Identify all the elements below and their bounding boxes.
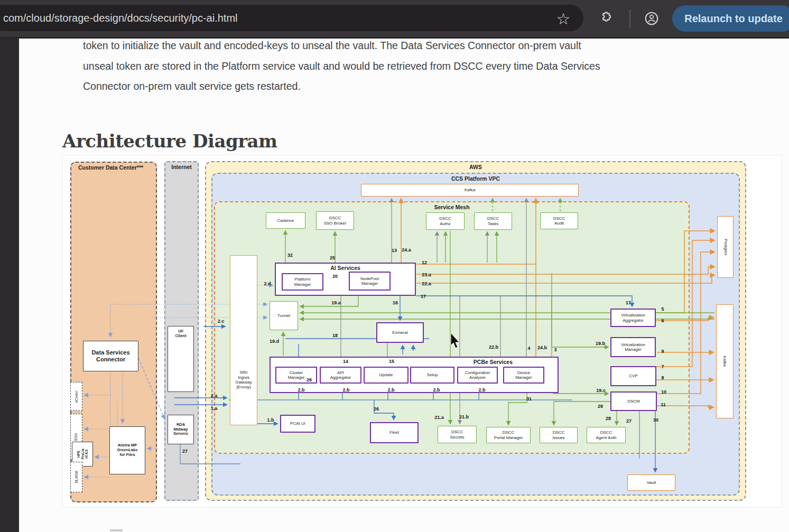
- edge-label-21-a-31: 21.a: [434, 415, 444, 420]
- node-dscc-authz: DSCC Authz: [426, 212, 465, 230]
- node-update-label: Update: [379, 372, 393, 377]
- edge-label-17-34: 17: [626, 300, 631, 305]
- edge-label-11-44: 11: [661, 402, 666, 407]
- node-kafka-top: Kafka: [361, 184, 579, 197]
- edge-label-2-c-14: 2.c: [218, 319, 225, 324]
- node-postgres: Postgres: [717, 216, 734, 278]
- edge-label-2-a-15: 2.a: [211, 393, 218, 398]
- edge-label-5-35: 5: [661, 306, 664, 312]
- edge-label-2-b-20: 2.b: [298, 387, 304, 393]
- node-configuration-analyzer-label: Configuration Analyzer: [465, 370, 490, 380]
- edge-label-19-b-37: 19.b: [596, 341, 605, 346]
- edge-label-1-a-16: 1.a: [211, 406, 218, 411]
- edge-label-13-2: 13: [392, 248, 397, 253]
- node-dscc-portal-manager-label: DSCC Portal Manager: [494, 430, 523, 440]
- node-api-aggregator-label: API Aggregator: [330, 370, 351, 380]
- node-cvp: CVP: [610, 366, 656, 386]
- node-dscc-audit: DSCC Audit: [540, 212, 578, 229]
- node-fleet: Fleet: [370, 422, 419, 443]
- node-api-aggregator: API Aggregator: [320, 367, 361, 384]
- node-dscc-tasks: DSCC Tasks: [474, 212, 512, 230]
- node-platform-manager-label: Platform Manager: [294, 277, 311, 287]
- node-dscc-authz-label: DSCC Authz: [439, 216, 451, 226]
- node-tunnel: Tunnel: [270, 301, 298, 330]
- node-dl380a-label: DL380A: [75, 471, 79, 483]
- node-rda-midway-servers-label: RDA Midway Servers: [173, 423, 188, 437]
- edge-label-12-4: 12: [422, 260, 427, 265]
- node-fleet-label: Fleet: [389, 430, 399, 435]
- node-ui-client-label: UI/ Client: [175, 329, 187, 339]
- diagram-nodes-layer: KafkaCadenceDSCC SSO BrokerDSCC AuthzDSC…: [0, 0, 789, 532]
- edge-label-29-43: 29: [598, 404, 603, 409]
- edge-label-27-46: 27: [626, 418, 632, 424]
- node-device-manager-label: Device Manager: [515, 370, 532, 380]
- node-cvp-label: CVP: [629, 374, 637, 378]
- edge-label-32-0: 32: [287, 253, 293, 258]
- edge-label-26-30: 26: [374, 406, 379, 412]
- edge-label-18-12: 18: [332, 333, 338, 338]
- edge-label-1-b-17: 1.b: [267, 417, 274, 423]
- node-nodepool-manager-label: NodePool Manager: [360, 276, 379, 286]
- node-virtualization-manager-label: Virtualization Manager: [621, 342, 645, 352]
- node-dscm: DSCM: [610, 391, 657, 411]
- node-dscc-agent-auth-label: DSCC Agent Auth: [596, 430, 616, 440]
- node-alletra-label: Alletra MP GreenLake for Files: [117, 443, 138, 458]
- edge-label-27-48: 27: [182, 449, 188, 454]
- node-alletra: Alletra MP GreenLake for Files: [109, 426, 145, 474]
- node-update: Update: [364, 367, 409, 384]
- node-device-manager: Device Manager: [503, 367, 544, 384]
- node-configuration-analyzer: Configuration Analyzer: [457, 367, 498, 384]
- edge-label-26-25: 26: [307, 377, 312, 382]
- edge-label-7-39: 7: [661, 364, 664, 369]
- node-dscc-sso-broker: DSCC SSO Broker: [316, 211, 354, 230]
- node-hpe-proliant-label: HPE ProLia nt 8.0: [77, 449, 89, 459]
- edge-label-31-33: 31: [526, 396, 532, 402]
- node-ezmeral-label: Ezmeral: [392, 330, 407, 335]
- node-dscc-tasks-label: DSCC Tasks: [487, 216, 499, 226]
- edge-label-2-b-22: 2.b: [387, 387, 394, 393]
- node-virtualization-aggregator-label: Virtualization Aggregator: [621, 313, 645, 323]
- node-pcbe-services-label: PCBe Services: [474, 359, 513, 365]
- node-setup-label: Setup: [427, 372, 438, 377]
- node-dl380a: DL380A: [70, 462, 82, 492]
- edge-label-30-47: 30: [653, 417, 658, 423]
- edge-label-2-b-24: 2.b: [478, 387, 485, 393]
- edge-label-24-b-28: 24.b: [537, 345, 547, 350]
- edge-label-9-38: 9: [661, 349, 664, 354]
- node-vcenter-label: vCenter: [75, 390, 79, 403]
- edge-label-3-29: 3: [554, 347, 556, 352]
- node-postgres-label: Postgres: [723, 239, 728, 256]
- edge-label-10-42: 10: [661, 389, 666, 395]
- edge-label-19-c-41: 19.c: [596, 388, 606, 393]
- node-istio-ingress-gateway-label: Istio Ingres Gateway (Envoy): [235, 370, 252, 390]
- edge-label-15-19: 15: [389, 359, 394, 364]
- edge-label-16-11: 16: [393, 300, 398, 305]
- edge-label-20-9: 20: [332, 274, 338, 279]
- node-dscm-label: DSCM: [627, 399, 640, 404]
- node-dscc-audit-label: DSCC Audit: [553, 216, 565, 226]
- edge-label-8-40: 8: [661, 375, 664, 380]
- node-vcenter: vCenter: [70, 382, 82, 411]
- node-dscc-sso-broker-label: DSCC SSO Broker: [324, 216, 347, 226]
- edge-label-21-b-32: 21.b: [459, 414, 469, 419]
- node-dscc-secrets: DSCC Secrets: [438, 426, 477, 443]
- edge-label-4-27: 4: [527, 346, 530, 351]
- edge-label-19-d-13: 19.d: [270, 339, 279, 344]
- node-kafka-right: Kafka: [716, 304, 734, 418]
- edge-label-25-1: 25: [330, 255, 335, 260]
- node-ui-client: UI/ Client: [168, 326, 194, 392]
- node-kafka-top-label: Kafka: [465, 188, 475, 192]
- architecture-diagram: Customer Data Center***InternetAWSCCS Pl…: [0, 0, 789, 532]
- node-dscc-issues-label: DSCC Issues: [552, 430, 564, 440]
- node-data-services-connector-label: Data Services Connector: [91, 349, 129, 363]
- node-dscc-agent-auth: DSCC Agent Auth: [587, 427, 626, 443]
- node-pcai-ui: PCAI UI: [280, 415, 315, 433]
- edge-label-22-a-6: 22.a: [422, 281, 431, 286]
- edge-label-2-b-21: 2.b: [342, 387, 349, 393]
- edge-label-2-d-8: 2.d: [264, 281, 271, 286]
- edge-label-2-b-23: 2.b: [433, 387, 440, 393]
- node-cadence: Cadence: [266, 212, 305, 229]
- node-nodepool-manager: NodePool Manager: [349, 272, 391, 291]
- edge-label-22-b-26: 22.b: [489, 344, 498, 350]
- edge-label-23-a-5: 23.a: [422, 272, 431, 277]
